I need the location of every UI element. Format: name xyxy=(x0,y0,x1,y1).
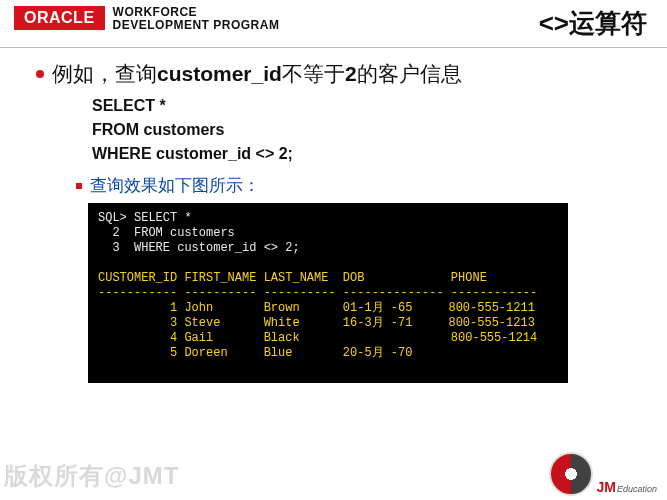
bullet-bold1: customer_id xyxy=(157,62,282,85)
footer-logo: JMEducation xyxy=(549,452,657,496)
header: ORACLE WORKFORCE DEVELOPMENT PROGRAM <>运… xyxy=(0,0,667,45)
term-blank xyxy=(98,256,558,271)
term-header: CUSTOMER_ID FIRST_NAME LAST_NAME DOB PHO… xyxy=(98,271,558,286)
watermark: 版权所有@JMT xyxy=(4,460,179,492)
sql-line-1: SELECT * xyxy=(92,94,643,118)
bullet-icon xyxy=(36,70,44,78)
wdp-line1: WORKFORCE xyxy=(113,6,280,19)
brand-jm: JM xyxy=(597,479,616,495)
disc-icon xyxy=(549,452,593,496)
oracle-logo: ORACLE xyxy=(14,6,105,30)
term-input-3: 3 WHERE customer_id <> 2; xyxy=(98,241,558,256)
term-data-3: 4 Gail Black 800-555-1214 xyxy=(98,331,558,346)
wdp-block: WORKFORCE DEVELOPMENT PROGRAM xyxy=(113,6,280,31)
content: 例如，查询customer_id不等于2的客户信息 SELECT * FROM … xyxy=(0,60,667,383)
term-input-1: SQL> SELECT * xyxy=(98,211,558,226)
term-data-2: 3 Steve White 16-3月 -71 800-555-1213 xyxy=(98,316,558,331)
header-rule xyxy=(0,47,667,48)
term-divider: ----------- ---------- ---------- ------… xyxy=(98,286,558,301)
wdp-line2: DEVELOPMENT PROGRAM xyxy=(113,19,280,32)
bullet-bold2: 2 xyxy=(345,62,357,85)
sql-line-2: FROM customers xyxy=(92,118,643,142)
term-input-2: 2 FROM customers xyxy=(98,226,558,241)
bullet-mid: 不等于 xyxy=(282,62,345,85)
sub-bullet-text: 查询效果如下图所示： xyxy=(90,174,260,197)
bullet-post: 的客户信息 xyxy=(357,62,462,85)
sub-bullet-icon xyxy=(76,183,82,189)
bullet-pre: 例如，查询 xyxy=(52,62,157,85)
term-data-1: 1 John Brown 01-1月 -65 800-555-1211 xyxy=(98,301,558,316)
terminal-output: SQL> SELECT * 2 FROM customers 3 WHERE c… xyxy=(88,203,568,383)
bullet-text: 例如，查询customer_id不等于2的客户信息 xyxy=(52,60,462,88)
brand-edu: Education xyxy=(617,484,657,494)
page-title: <>运算符 xyxy=(539,6,647,41)
sql-code: SELECT * FROM customers WHERE customer_i… xyxy=(92,94,643,166)
term-data-4: 5 Doreen Blue 20-5月 -70 xyxy=(98,346,558,361)
bullet-main: 例如，查询customer_id不等于2的客户信息 xyxy=(36,60,643,88)
sub-bullet: 查询效果如下图所示： xyxy=(76,174,643,197)
sql-line-3: WHERE customer_id <> 2; xyxy=(92,142,643,166)
